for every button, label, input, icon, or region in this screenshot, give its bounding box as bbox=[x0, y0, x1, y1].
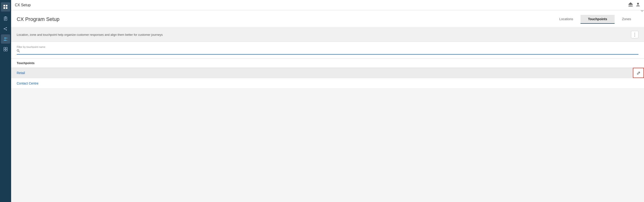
svg-rect-20 bbox=[629, 5, 630, 6]
topbar-icons bbox=[628, 2, 640, 8]
table-row[interactable]: Contact Centre bbox=[11, 78, 644, 89]
svg-rect-5 bbox=[5, 17, 6, 17]
svg-point-12 bbox=[4, 37, 6, 39]
svg-point-13 bbox=[6, 38, 8, 39]
filter-input-wrapper bbox=[17, 49, 638, 55]
table-section: Touchpoints Retail Contact Centre bbox=[11, 58, 644, 89]
page-header-top: CX Program Setup Locations Touchpoints Z… bbox=[17, 15, 638, 24]
tabs: Locations Touchpoints Zones bbox=[552, 15, 638, 24]
edit-button-retail[interactable] bbox=[633, 68, 644, 78]
svg-rect-1 bbox=[6, 5, 8, 7]
svg-rect-19 bbox=[628, 6, 633, 7]
tab-touchpoints[interactable]: Touchpoints bbox=[580, 15, 614, 24]
page-title: CX Program Setup bbox=[17, 16, 60, 22]
more-options-button[interactable]: ⋮ bbox=[631, 31, 638, 38]
topbar: CX Setup bbox=[11, 0, 644, 10]
row-label-retail: Retail bbox=[17, 71, 25, 75]
sidebar-item-grid[interactable] bbox=[1, 2, 10, 12]
svg-rect-21 bbox=[630, 5, 631, 6]
tab-zones[interactable]: Zones bbox=[614, 15, 638, 24]
svg-rect-14 bbox=[4, 47, 5, 49]
svg-rect-2 bbox=[4, 7, 5, 9]
svg-point-11 bbox=[6, 30, 7, 30]
topbar-title: CX Setup bbox=[15, 3, 30, 7]
topbar-triangle bbox=[640, 10, 644, 12]
description-bar: Location, zone and touchpoint help organ… bbox=[11, 28, 644, 42]
svg-point-24 bbox=[637, 3, 639, 5]
row-label-contact-centre: Contact Centre bbox=[17, 81, 38, 85]
svg-point-25 bbox=[17, 50, 19, 52]
description-text: Location, zone and touchpoint help organ… bbox=[17, 33, 162, 36]
table-header: Touchpoints bbox=[11, 58, 644, 68]
bank-icon[interactable] bbox=[628, 2, 633, 8]
svg-marker-23 bbox=[628, 2, 633, 4]
svg-point-9 bbox=[6, 27, 7, 28]
content-area: CX Program Setup Locations Touchpoints Z… bbox=[11, 10, 644, 202]
filter-label: Filter by touchpoint name bbox=[17, 46, 638, 48]
sidebar-item-share[interactable] bbox=[1, 24, 10, 33]
tab-locations[interactable]: Locations bbox=[552, 15, 580, 24]
sidebar bbox=[0, 0, 11, 202]
table-row[interactable]: Retail bbox=[11, 68, 644, 78]
svg-rect-17 bbox=[6, 49, 8, 51]
svg-point-10 bbox=[4, 28, 5, 29]
search-input[interactable] bbox=[21, 49, 638, 53]
svg-line-26 bbox=[19, 51, 20, 52]
sidebar-item-clipboard[interactable] bbox=[1, 14, 10, 23]
filter-section: Filter by touchpoint name bbox=[11, 42, 644, 58]
svg-rect-22 bbox=[632, 5, 632, 6]
user-icon[interactable] bbox=[636, 2, 640, 8]
sidebar-item-people[interactable] bbox=[1, 34, 10, 44]
svg-rect-0 bbox=[4, 5, 5, 7]
svg-rect-18 bbox=[628, 4, 633, 5]
svg-rect-15 bbox=[6, 47, 8, 49]
search-icon bbox=[17, 49, 20, 53]
svg-rect-16 bbox=[4, 49, 5, 51]
main-content: CX Setup bbox=[11, 0, 644, 202]
svg-rect-3 bbox=[6, 7, 8, 9]
page-header: CX Program Setup Locations Touchpoints Z… bbox=[11, 10, 644, 28]
sidebar-item-modules[interactable] bbox=[1, 45, 10, 54]
